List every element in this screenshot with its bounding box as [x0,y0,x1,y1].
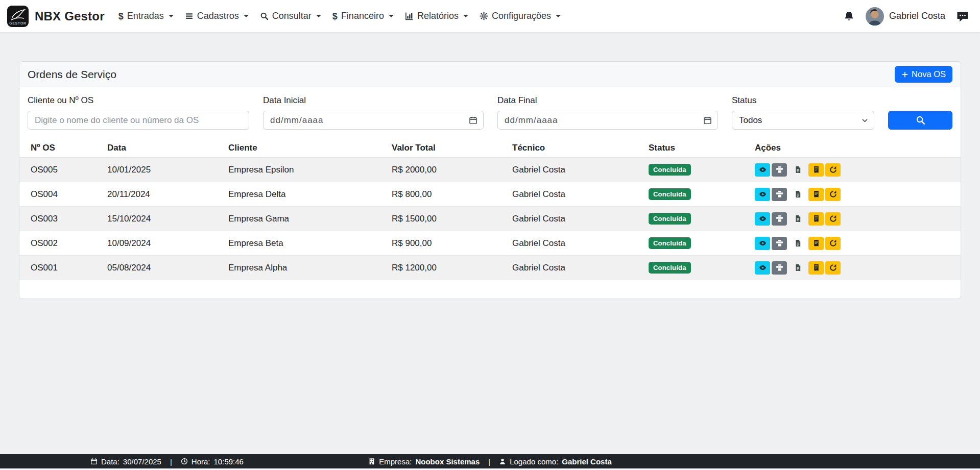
status-filter-label: Status [732,95,874,106]
view-os-button[interactable] [755,163,770,177]
redo-os-button[interactable] [825,212,841,226]
row-actions [755,188,954,201]
service-orders-table: Nº OS Data Cliente Valor Total Técnico S… [19,139,961,280]
receipt-icon [812,264,820,271]
printer-icon [776,166,783,174]
chat-button[interactable] [957,10,969,22]
dollar-icon: $ [332,12,338,21]
nav-item-entradas[interactable]: $ Entradas [113,11,179,21]
user-menu[interactable]: Gabriel Costa [866,7,945,26]
cell-cliente: Empresa Alpha [222,256,386,280]
gear-icon [480,12,488,20]
chart-bar-icon [405,12,414,20]
redo-os-button[interactable] [825,188,841,201]
cell-data: 10/09/2024 [101,231,222,256]
nav-item-relatorios[interactable]: Relatórios [399,11,474,21]
search-icon [260,12,269,20]
redo-icon [829,190,837,198]
printer-icon [776,239,783,247]
table-row: OS005 10/01/2025 Empresa Epsilon R$ 2000… [19,158,961,182]
receipt-os-button[interactable] [808,188,824,201]
date-start-input[interactable] [263,111,484,130]
caret-down-icon [463,15,468,17]
nav-item-configuracoes[interactable]: Configurações [474,11,566,21]
eye-icon [759,215,767,222]
file-invoice-icon [794,190,802,198]
cell-data: 05/08/2024 [101,256,222,280]
cell-data: 20/11/2024 [101,182,222,207]
view-os-button[interactable] [755,188,770,201]
date-start-label: Data Inicial [263,95,484,106]
cell-os: OS004 [19,182,101,207]
nav-item-cadastros[interactable]: Cadastros [179,11,254,21]
brand: NBX Gestor [35,9,105,23]
status-badge: Concluída [649,213,691,225]
table-header-row: Nº OS Data Cliente Valor Total Técnico S… [19,139,961,158]
nav-item-consultar[interactable]: Consultar [254,11,327,21]
col-header-data: Data [101,139,222,158]
view-os-button[interactable] [755,261,770,275]
status-select[interactable]: Todos [732,111,874,130]
receipt-os-button[interactable] [808,163,824,177]
redo-icon [829,239,837,247]
footer-datetime: Data: 30/07/2025 | Hora: 10:59:46 [90,457,244,466]
print-os-button[interactable] [772,188,787,201]
receipt-icon [812,190,820,198]
client-search-input[interactable] [28,111,249,130]
cell-os: OS001 [19,256,101,280]
date-end-input[interactable] [497,111,718,130]
file-os-button[interactable] [790,261,805,275]
brand-link[interactable]: GESTOR NBX Gestor [7,6,105,27]
file-os-button[interactable] [790,163,805,177]
receipt-os-button[interactable] [808,261,824,275]
search-button[interactable] [888,111,952,130]
redo-os-button[interactable] [825,237,841,250]
avatar-image [866,7,884,26]
file-invoice-icon [794,239,802,247]
page-title: Ordens de Serviço [28,68,116,81]
print-os-button[interactable] [772,261,787,275]
row-actions [755,212,954,226]
file-os-button[interactable] [790,237,805,250]
status-badge: Concluída [649,164,691,176]
cell-valor: R$ 1500,00 [386,207,506,231]
caret-down-icon [244,15,249,17]
row-actions [755,163,954,177]
nav-item-financeiro[interactable]: $ Financeiro [327,11,399,21]
receipt-os-button[interactable] [808,237,824,250]
col-header-os: Nº OS [19,139,101,158]
cell-data: 10/01/2025 [101,158,222,182]
footer-date: 30/07/2025 [123,457,161,466]
caret-down-icon [389,15,394,17]
print-os-button[interactable] [772,212,787,226]
plus-icon [901,71,909,78]
date-end-label: Data Final [497,95,718,106]
caret-down-icon [316,15,321,17]
print-os-button[interactable] [772,237,787,250]
view-os-button[interactable] [755,212,770,226]
new-os-button[interactable]: Nova OS [895,66,952,83]
table-row: OS001 05/08/2024 Empresa Alpha R$ 1200,0… [19,256,961,280]
cell-tecnico: Gabriel Costa [506,256,642,280]
cell-tecnico: Gabriel Costa [506,182,642,207]
receipt-os-button[interactable] [808,212,824,226]
cell-valor: R$ 800,00 [386,182,506,207]
printer-icon [776,190,783,198]
cell-tecnico: Gabriel Costa [506,231,642,256]
cell-cliente: Empresa Gama [222,207,386,231]
view-os-button[interactable] [755,237,770,250]
notifications-button[interactable] [844,11,854,21]
row-actions [755,237,954,250]
receipt-icon [812,215,820,222]
redo-icon [829,264,837,271]
bell-icon [844,11,854,21]
file-os-button[interactable] [790,188,805,201]
cell-os: OS003 [19,207,101,231]
receipt-icon [812,239,820,247]
file-os-button[interactable] [790,212,805,226]
file-invoice-icon [794,215,802,222]
clock-icon [181,458,188,465]
redo-os-button[interactable] [825,163,841,177]
print-os-button[interactable] [772,163,787,177]
redo-os-button[interactable] [825,261,841,275]
